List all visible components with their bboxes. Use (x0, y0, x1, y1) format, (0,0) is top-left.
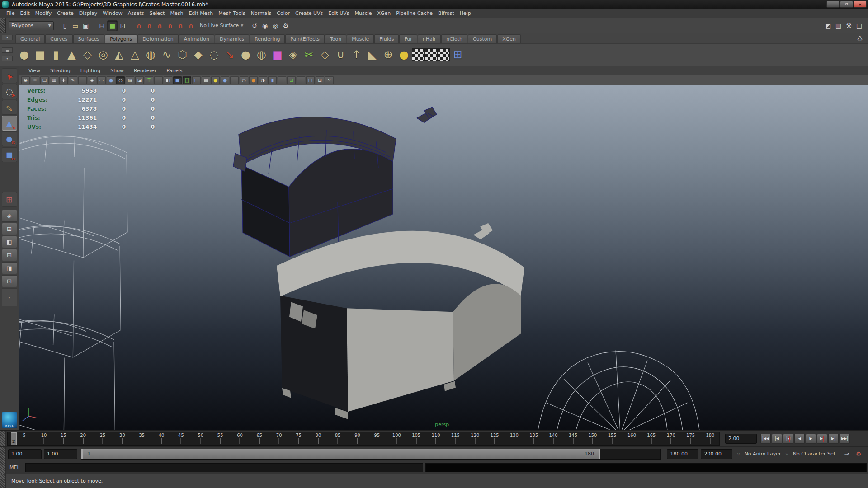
ipr-render-icon[interactable]: ◎ (270, 20, 280, 31)
subdiv-proxy-icon[interactable]: ◍ (254, 46, 269, 64)
multi-cut-icon[interactable]: ▨ (425, 48, 437, 61)
poly-cone-icon[interactable]: ▲ (64, 46, 80, 64)
grease-pencil-icon[interactable]: ✎ (69, 76, 77, 84)
quad-draw-icon[interactable]: ▩ (412, 48, 425, 61)
bookmarks-icon[interactable]: ▤ (40, 76, 49, 84)
shelf-tab-toon[interactable]: Toon (325, 34, 346, 43)
motion-blur-icon[interactable]: ● (211, 76, 220, 84)
shelf-tab-rendering[interactable]: Rendering (250, 34, 285, 43)
menu-xgen[interactable]: XGen (375, 9, 394, 18)
poly-helix-icon[interactable]: ∿ (159, 46, 175, 64)
merge-vertices-icon[interactable]: ◇ (317, 46, 333, 64)
menu-create[interactable]: Create (54, 9, 76, 18)
menu-select[interactable]: Select (146, 9, 167, 18)
all-lights-icon[interactable]: ■ (173, 76, 182, 84)
construction-history-icon[interactable]: ↺ (249, 20, 259, 31)
share-view-icon[interactable]: ∵ (325, 76, 334, 84)
trash-icon[interactable]: ♺ (855, 34, 864, 42)
textured-placement-icon[interactable]: T (145, 76, 153, 84)
shelf-tab-custom[interactable]: Custom (468, 34, 497, 43)
rotate-tool-button[interactable]: ● ↻ (2, 131, 17, 146)
mel-command-input[interactable] (25, 463, 423, 472)
uv-grid-icon[interactable]: ⊞ (450, 46, 466, 64)
mirror-geometry-icon[interactable]: ◈ (285, 46, 301, 64)
shelf-tab-dynamics[interactable]: Dynamics (215, 34, 249, 43)
camera-attributes-icon[interactable]: ≡ (31, 76, 39, 84)
bridge-edges-icon[interactable]: ∪ (333, 46, 349, 64)
character-set-selector[interactable]: No Character Set (789, 449, 839, 459)
new-scene-icon[interactable]: ▯ (60, 20, 70, 31)
command-line-grip[interactable] (0, 461, 6, 474)
step-back-frame-button[interactable]: |◀ (772, 434, 782, 444)
shelf-tab-switch-button[interactable]: ▾ (2, 35, 13, 40)
make-live-icon[interactable]: ∩ (186, 20, 196, 31)
separator[interactable] (154, 76, 163, 84)
snap-to-grid-icon[interactable]: ∩ (134, 20, 144, 31)
shelf-tab-curves[interactable]: Curves (45, 34, 72, 43)
save-scene-icon[interactable]: ▣ (80, 20, 91, 31)
chevron-down-icon[interactable]: ▽ (786, 452, 788, 456)
separator[interactable] (278, 76, 286, 84)
ghost-crate-stack[interactable] (19, 131, 127, 430)
depth-of-field-icon[interactable]: ● (221, 76, 229, 84)
shelf-tab-muscle[interactable]: Muscle (347, 34, 374, 43)
boolean-union-icon[interactable]: ⊕ (380, 46, 396, 64)
target-weld-icon[interactable]: ▦ (437, 48, 450, 61)
checker-aa-icon[interactable]: ▩ (202, 76, 210, 84)
lasso-tool-button[interactable]: ◌ ➤ (2, 84, 17, 99)
smooth-shade-all-icon[interactable]: ○ (116, 76, 125, 84)
menu-edit-mesh[interactable]: Edit Mesh (186, 9, 216, 18)
separator[interactable] (297, 76, 305, 84)
play-forwards-button[interactable]: ▶ (806, 434, 816, 444)
isolate-select-icon[interactable]: ⊡ (287, 76, 296, 84)
snap-to-view-plane-icon[interactable]: ∩ (175, 20, 186, 31)
custom-tool-grid-icon[interactable]: ⊞ (2, 192, 17, 207)
bevel-icon[interactable]: ◣ (364, 46, 380, 64)
shaded-sphere-icon[interactable]: ● (107, 76, 115, 84)
layout-persp-outliner-graph-button[interactable]: ⊡ (2, 275, 17, 287)
convert-selection-icon[interactable]: ↘ (222, 46, 238, 64)
shelf-tab-surfaces[interactable]: Surfaces (73, 34, 105, 43)
command-language-label[interactable]: MEL (9, 465, 20, 470)
wireframe-icon[interactable]: ◈ (88, 76, 96, 84)
poly-plane-icon[interactable]: ◇ (80, 46, 95, 64)
sculpt-tool-icon[interactable]: ■ (269, 46, 285, 64)
shelf-tab-painteffects[interactable]: PaintEffects (285, 34, 325, 43)
step-back-key-button[interactable]: |◀ (783, 434, 793, 444)
shelf-menu-button[interactable]: ☰ (2, 47, 13, 53)
shelf-tab-fluids[interactable]: Fluids (374, 34, 399, 43)
occlusion-ball-icon[interactable]: ● (249, 76, 258, 84)
snap-to-projected-center-icon[interactable]: ∩ (165, 20, 175, 31)
go-to-start-button[interactable]: |◀◀ (760, 434, 771, 444)
attribute-editor-toggle-icon[interactable]: ▦ (833, 20, 844, 31)
panel-menu-view[interactable]: View (24, 66, 45, 75)
current-frame-marker[interactable]: 2 (11, 432, 17, 445)
shelf-tab-nhair[interactable]: nHair (418, 34, 441, 43)
chevron-down-icon[interactable]: ▽ (737, 452, 740, 456)
range-slider-track[interactable]: 1 180 (81, 449, 661, 460)
layout-single-perspective-button[interactable]: ◈ (2, 210, 17, 222)
extrude-icon[interactable]: ↑ (349, 46, 364, 64)
object-mode-icon[interactable]: ■ (107, 20, 118, 31)
poly-platonic-solid-icon[interactable]: ◆ (190, 46, 206, 64)
playback-end-field[interactable]: 180.00 (667, 449, 698, 459)
menu-mesh-tools[interactable]: Mesh Tools (216, 9, 248, 18)
range-slider-grip[interactable] (0, 447, 6, 461)
poly-soccer-ball-icon[interactable]: ⬡ (175, 46, 190, 64)
shadows-icon[interactable]: [] (183, 76, 191, 84)
play-backwards-button[interactable]: ◀ (794, 434, 805, 444)
hierarchy-mode-icon[interactable]: ⊟ (97, 20, 107, 31)
shelf-tab-general[interactable]: General (15, 34, 45, 43)
help-line-grip[interactable] (0, 474, 6, 488)
poly-sphere-icon[interactable]: ● (16, 46, 32, 64)
half-shade-icon[interactable]: ◑ (259, 76, 267, 84)
shaded-icon[interactable]: ▭ (97, 76, 106, 84)
pan-zoom-icon[interactable]: ✚ (59, 76, 68, 84)
modeling-toolkit-toggle-icon[interactable]: ◩ (823, 20, 833, 31)
shelf-tab-ncloth[interactable]: nCloth (441, 34, 467, 43)
poly-cylinder-icon[interactable]: ▮ (48, 46, 64, 64)
menu-file[interactable]: File (4, 9, 17, 18)
image-plane-icon[interactable]: ▦ (50, 76, 58, 84)
material-override-icon[interactable]: ◪ (135, 76, 144, 84)
xray-icon[interactable]: □ (306, 76, 315, 84)
